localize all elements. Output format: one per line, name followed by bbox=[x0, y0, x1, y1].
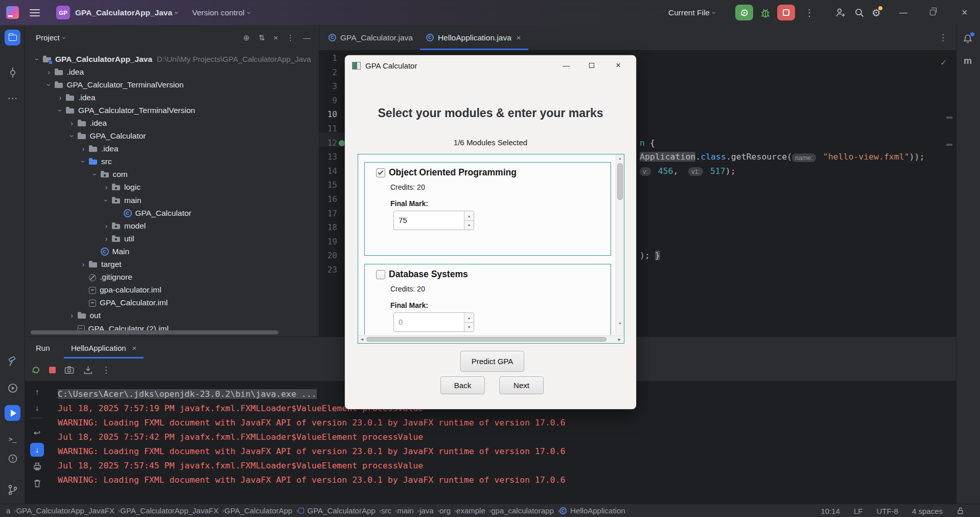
tree-item-gpa-calculator-terminalversion[interactable]: ›GPA_Calculator_TerminalVersion bbox=[25, 78, 319, 91]
window-close-button[interactable]: × bbox=[962, 0, 968, 25]
tab-close-icon[interactable]: × bbox=[132, 344, 137, 352]
encoding-widget[interactable]: UTF-8 bbox=[876, 507, 898, 515]
modules-vscrollbar[interactable]: ▲ ▼ bbox=[616, 154, 624, 335]
run-tool-button[interactable] bbox=[5, 405, 20, 421]
spinner-up-button[interactable]: ▲ bbox=[464, 313, 474, 322]
chevron-collapsed-icon[interactable]: › bbox=[101, 222, 112, 230]
vcs-widget[interactable]: Version control › bbox=[192, 0, 250, 25]
tree-item-idea[interactable]: ›.idea bbox=[25, 143, 319, 155]
expand-all-button[interactable]: ⇅ bbox=[259, 33, 265, 42]
console-softwrap-button[interactable]: ↩ bbox=[30, 426, 44, 440]
console-print-button[interactable] bbox=[30, 459, 44, 473]
tree-item-idea[interactable]: ›.idea bbox=[25, 117, 319, 129]
chevron-collapsed-icon[interactable]: › bbox=[101, 235, 112, 243]
scroll-down-arrow[interactable]: ▼ bbox=[616, 320, 624, 327]
breadcrumb-item-main[interactable]: main bbox=[397, 506, 414, 515]
tree-item-util[interactable]: ›util bbox=[25, 232, 319, 245]
tree-item-src[interactable]: ›src bbox=[25, 155, 319, 168]
main-menu-button[interactable] bbox=[30, 0, 40, 25]
dialog-minimize-button[interactable]: — bbox=[554, 55, 578, 76]
breadcrumb-item-gpa-calculatorapp[interactable]: gpa_calculatorapp bbox=[491, 506, 554, 515]
final-mark-spinner[interactable]: 75▲▼ bbox=[393, 211, 474, 230]
hide-panel-button[interactable]: — bbox=[303, 33, 311, 42]
scroll-up-arrow[interactable]: ▲ bbox=[616, 154, 624, 162]
search-everywhere-button[interactable] bbox=[854, 7, 865, 18]
breadcrumb-item-java[interactable]: java bbox=[419, 506, 434, 515]
console-dump-button[interactable] bbox=[83, 365, 94, 375]
chevron-expanded-icon[interactable]: › bbox=[79, 156, 87, 167]
breadcrumb-item-helloapplication[interactable]: CHelloApplication bbox=[559, 506, 625, 515]
back-button[interactable]: Back bbox=[440, 376, 485, 394]
breadcrumb-item-gpa-calculatorapp[interactable]: GPA_CalculatorApp bbox=[224, 506, 292, 515]
project-panel-title[interactable]: Project bbox=[36, 33, 60, 42]
caret-position-widget[interactable]: 10:14 bbox=[821, 507, 840, 515]
module-checkbox[interactable] bbox=[376, 270, 385, 279]
build-tool-button[interactable] bbox=[5, 353, 20, 369]
rerun-button[interactable] bbox=[735, 5, 753, 20]
breadcrumb-item-src[interactable]: src bbox=[381, 506, 391, 515]
tab-helloapplication-java[interactable]: C HelloApplication.java × bbox=[420, 25, 528, 50]
console-rerun-button[interactable] bbox=[31, 365, 41, 375]
tree-item-gpa-calculator-iml[interactable]: gpa-calculator.iml bbox=[25, 284, 319, 297]
services-tool-button[interactable] bbox=[5, 380, 20, 396]
notifications-button[interactable] bbox=[962, 33, 973, 44]
code-with-me-button[interactable] bbox=[835, 7, 846, 18]
inspections-ok-icon[interactable]: ✓ bbox=[940, 58, 947, 68]
line-separator-widget[interactable]: LF bbox=[854, 507, 863, 515]
window-minimize-button[interactable]: — bbox=[899, 0, 907, 25]
project-tool-button[interactable] bbox=[5, 30, 20, 46]
tree-item-gitignore[interactable]: .gitignore bbox=[25, 271, 319, 284]
settings-button[interactable]: ⚙ bbox=[872, 0, 881, 25]
collapse-all-button[interactable]: × bbox=[273, 33, 278, 42]
scroll-right-arrow[interactable]: ▶ bbox=[616, 336, 623, 343]
chevron-expanded-icon[interactable]: › bbox=[56, 105, 64, 116]
tree-item-gpa-calculatorapp-java[interactable]: ›GPA_CalculatorApp_JavaD:\Uni\My Project… bbox=[25, 53, 319, 65]
breadcrumb-item-example[interactable]: example bbox=[456, 506, 485, 515]
scroll-left-arrow[interactable]: ◀ bbox=[358, 336, 366, 343]
run-configuration-selector[interactable]: Current File › bbox=[668, 0, 716, 25]
project-tree-hscrollbar[interactable] bbox=[31, 330, 278, 334]
breadcrumb-item-gpa-calculatorapp-javafx[interactable]: GPA_CalculatorApp_JavaFX bbox=[16, 506, 114, 515]
project-switcher[interactable]: GPA_CalculatorApp_Java › bbox=[75, 0, 178, 25]
chevron-expanded-icon[interactable]: › bbox=[91, 169, 99, 180]
chevron-expanded-icon[interactable]: › bbox=[68, 130, 76, 142]
problems-tool-button[interactable] bbox=[5, 451, 20, 466]
locate-file-button[interactable]: ⊕ bbox=[243, 33, 250, 42]
module-checkbox[interactable] bbox=[376, 168, 385, 177]
tab-gpa-calculator-java[interactable]: C GPA_Calculator.java bbox=[322, 25, 420, 50]
tree-item-idea[interactable]: ›.idea bbox=[25, 91, 319, 104]
chevron-collapsed-icon[interactable]: › bbox=[43, 68, 55, 76]
vscroll-thumb[interactable] bbox=[617, 163, 623, 200]
commit-tool-button[interactable] bbox=[5, 64, 20, 80]
window-restore-button[interactable] bbox=[930, 10, 936, 15]
tree-item-gpa-calculator[interactable]: ›GPA_Calculator bbox=[25, 130, 319, 143]
tree-item-com[interactable]: ›com bbox=[25, 168, 319, 181]
next-button[interactable]: Next bbox=[499, 376, 544, 394]
run-panel-title[interactable]: Run bbox=[36, 344, 50, 352]
chevron-expanded-icon[interactable]: › bbox=[45, 79, 53, 91]
hscroll-thumb[interactable] bbox=[366, 337, 606, 342]
chevron-collapsed-icon[interactable]: › bbox=[66, 119, 78, 127]
more-tool-windows-button[interactable]: ⋯ bbox=[5, 90, 20, 106]
more-actions-button[interactable]: ⋮ bbox=[805, 0, 814, 25]
tree-item-model[interactable]: ›model bbox=[25, 219, 319, 232]
tab-close-icon[interactable]: × bbox=[517, 33, 521, 42]
spinner-down-button[interactable]: ▼ bbox=[464, 322, 474, 331]
chevron-collapsed-icon[interactable]: › bbox=[78, 145, 89, 153]
run-method-gutter-icon[interactable] bbox=[339, 140, 345, 146]
console-scroll-up-button[interactable]: ↑ bbox=[30, 385, 44, 399]
tree-item-gpa-calculator-terminalversion[interactable]: ›GPA_Calculator_TerminalVersion bbox=[25, 104, 319, 117]
breadcrumb-item-gpa-calculatorapp[interactable]: GPA_CalculatorApp bbox=[298, 506, 376, 515]
dialog-close-button[interactable]: × bbox=[606, 55, 630, 76]
tree-item-main[interactable]: ›main bbox=[25, 194, 319, 207]
breadcrumb-item-gpa-calculatorapp-javafx[interactable]: GPA_CalculatorApp_JavaFX bbox=[120, 506, 218, 515]
final-mark-spinner[interactable]: 0▲▼ bbox=[393, 312, 474, 332]
terminal-tool-button[interactable]: >_ bbox=[5, 431, 20, 447]
dialog-maximize-button[interactable] bbox=[580, 55, 603, 76]
breadcrumb-item-org[interactable]: org bbox=[439, 506, 451, 515]
chevron-collapsed-icon[interactable]: › bbox=[66, 311, 78, 320]
panel-options-button[interactable]: ⋮ bbox=[287, 33, 294, 42]
modules-hscrollbar[interactable]: ◀ ▶ bbox=[358, 335, 623, 343]
console-screenshot-button[interactable] bbox=[64, 365, 75, 375]
tree-item-logic[interactable]: ›logic bbox=[25, 181, 319, 194]
